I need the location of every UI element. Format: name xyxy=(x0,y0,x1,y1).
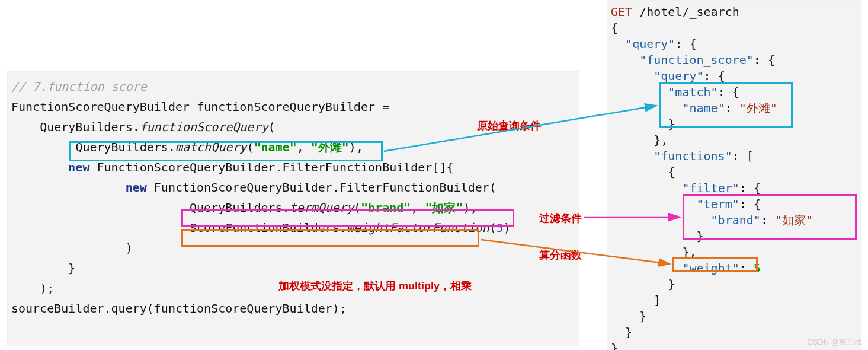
json-code: GET /hotel/_search { "query": { "functio… xyxy=(611,4,813,350)
watermark: CSDN @東三城 xyxy=(807,337,862,348)
label-boost-mode: 加权模式没指定，默认用 multiply，相乘 xyxy=(278,279,472,293)
highlight-termquery xyxy=(181,209,514,227)
json-key-query-inner: "query" xyxy=(654,69,703,83)
java-line-1: FunctionScoreQueryBuilder functionScoreQ… xyxy=(11,100,389,114)
highlight-json-weight xyxy=(672,257,758,272)
json-code-panel: GET /hotel/_search { "query": { "functio… xyxy=(607,0,861,350)
json-key-query: "query" xyxy=(625,37,675,51)
java-line-source-builder: sourceBuilder.query(functionScoreQueryBu… xyxy=(11,301,347,316)
json-get: GET xyxy=(611,5,632,19)
label-filter-condition: 过滤条件 xyxy=(539,211,582,225)
java-keyword-new: new xyxy=(126,180,147,195)
json-key-function-score: "function_score" xyxy=(639,53,754,67)
label-original-query: 原始查询条件 xyxy=(477,119,541,133)
highlight-matchquery xyxy=(69,141,383,161)
label-score-function: 算分函数 xyxy=(539,248,582,262)
java-method-functionScoreQuery: functionScoreQuery xyxy=(140,120,268,134)
java-comment: // 7.function score xyxy=(11,79,147,94)
highlight-json-term xyxy=(683,194,857,240)
highlight-json-match xyxy=(659,82,793,128)
json-key-functions: "functions" xyxy=(654,149,732,163)
highlight-weightfactor xyxy=(181,229,479,247)
json-key-filter: "filter" xyxy=(682,181,739,195)
java-keyword-new: new xyxy=(68,160,89,174)
java-line-2-pre: QueryBuilders. xyxy=(11,120,140,134)
